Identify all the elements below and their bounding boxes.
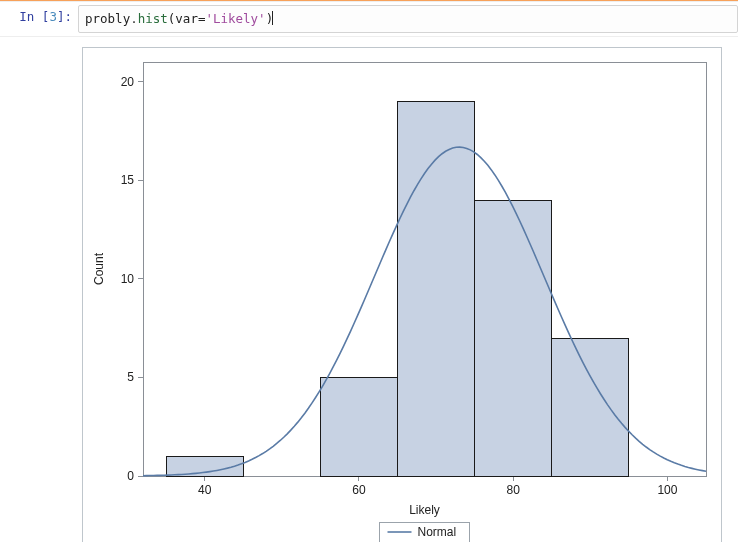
output-area: 05101520406080100CountLikelyNormal (0, 37, 738, 543)
histogram-bar (475, 200, 552, 476)
code-method: hist (138, 11, 168, 26)
y-tick-label: 10 (121, 271, 135, 285)
prompt-prefix: In [ (19, 9, 49, 24)
x-tick-label: 60 (352, 483, 366, 497)
chart-frame: 05101520406080100CountLikelyNormal (82, 47, 722, 543)
prompt-suffix: ]: (57, 9, 72, 24)
y-tick-label: 15 (121, 173, 135, 187)
code-object: probly (85, 11, 130, 26)
y-tick-label: 5 (127, 370, 134, 384)
histogram-chart: 05101520406080100CountLikelyNormal (83, 48, 721, 543)
legend-label: Normal (418, 525, 457, 539)
y-tick-label: 0 (127, 469, 134, 483)
histogram-bar (320, 377, 397, 476)
x-axis-label: Likely (409, 503, 440, 517)
input-prompt: In [3]: (0, 5, 78, 24)
histogram-bar (398, 101, 475, 476)
y-tick-label: 20 (121, 74, 135, 88)
y-axis-label: Count (92, 252, 106, 285)
x-tick-label: 80 (507, 483, 521, 497)
code-cell: In [3]: probly.hist(var='Likely') (0, 1, 738, 37)
histogram-bar (552, 338, 629, 476)
text-cursor (272, 11, 273, 25)
x-tick-label: 40 (198, 483, 212, 497)
code-input[interactable]: probly.hist(var='Likely') (78, 5, 738, 33)
prompt-number: 3 (49, 9, 57, 24)
code-string: 'Likely' (205, 11, 265, 26)
x-tick-label: 100 (657, 483, 677, 497)
